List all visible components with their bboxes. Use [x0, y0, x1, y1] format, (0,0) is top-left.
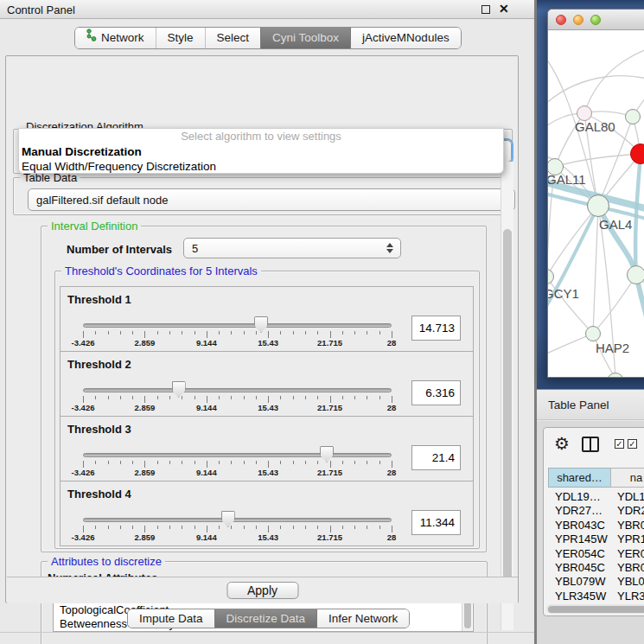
dropdown-hint: Select algorithm to view settings — [19, 129, 503, 144]
tick-label: 9.144 — [196, 403, 217, 412]
threshold-value-field[interactable]: 11.344 — [411, 510, 461, 535]
slider-track[interactable] — [83, 518, 392, 522]
network-canvas[interactable]: GAL80GAL11GAL4GCY1HHAP2 — [548, 30, 644, 378]
minimize-traffic-light[interactable] — [573, 15, 583, 25]
screen: Control Panel ✕ NetworkStyleSelectCyni T… — [0, 0, 644, 644]
tick-label: 28 — [387, 532, 397, 542]
apply-button[interactable]: Apply — [226, 582, 298, 599]
network-node-h[interactable] — [627, 265, 644, 284]
tab-style[interactable]: Style — [156, 28, 205, 48]
tick-label: 15.43 — [258, 532, 278, 542]
table-cell[interactable]: YDR27… — [555, 504, 609, 517]
network-window-titlebar[interactable] — [548, 10, 644, 30]
tick-mark — [231, 526, 232, 529]
tab-impute-data[interactable]: Impute Data — [128, 609, 214, 628]
table-cell[interactable]: YDL19… — [555, 490, 609, 503]
table-cell[interactable]: YER0 — [617, 547, 644, 560]
tick-mark — [305, 526, 306, 529]
tick-mark — [169, 396, 170, 399]
tick-mark — [157, 461, 158, 464]
tab-discretize-data[interactable]: Discretize Data — [214, 609, 317, 628]
tick-mark — [367, 331, 367, 335]
threshold-value-field[interactable]: 14.713 — [411, 316, 461, 341]
slider-track[interactable] — [83, 323, 392, 328]
tick-mark — [207, 526, 207, 532]
node-label: GAL11 — [548, 172, 586, 187]
threshold-value-field[interactable]: 21.4 — [411, 445, 461, 470]
table-cell[interactable]: YPR145W — [555, 532, 609, 545]
table-cell[interactable]: YBR0 — [617, 561, 644, 574]
gear-icon[interactable]: ⚙ — [554, 433, 570, 454]
network-node-hap2[interactable] — [585, 326, 601, 341]
number-of-intervals-combobox[interactable]: 5 — [183, 238, 401, 258]
threshold-title: Threshold 3 — [67, 423, 131, 436]
network-node[interactable] — [625, 109, 641, 124]
table-cell[interactable]: YER054C — [555, 547, 609, 560]
tick-mark — [83, 461, 84, 468]
threshold-box: Threshold 4-3.4262.8599.14415.4321.71528… — [60, 481, 474, 546]
table-cell[interactable]: YPR1 — [617, 532, 644, 545]
checkbox-icon[interactable]: ✓ — [628, 439, 637, 449]
tick-mark — [132, 331, 133, 335]
table-data-combobox[interactable]: galFiltered.sif default node — [28, 188, 515, 211]
settings-scrollbar[interactable] — [501, 162, 513, 630]
tab-label: Cyni Toolbox — [272, 28, 339, 48]
network-node-gal4[interactable] — [587, 194, 609, 217]
threshold-box: Threshold 1-3.4262.8599.14415.4321.71528… — [60, 286, 474, 352]
tick-label: 21.715 — [317, 468, 342, 477]
table-cell[interactable]: YBR045C — [555, 561, 609, 574]
tab-cyni-toolbox[interactable]: Cyni Toolbox — [260, 28, 350, 48]
network-view-window[interactable]: GAL80GAL11GAL4GCY1HHAP2 — [547, 9, 644, 378]
close-icon[interactable]: ✕ — [499, 2, 509, 16]
tick-mark — [95, 461, 96, 464]
tick-mark — [157, 396, 158, 399]
checkbox-icon[interactable]: ✓ — [615, 439, 624, 449]
number-of-intervals-value: 5 — [192, 242, 198, 255]
tick-label: 2.859 — [135, 532, 156, 542]
tick-mark — [194, 396, 195, 399]
top-tab-bar: NetworkStyleSelectCyni ToolboxjActiveMNo… — [74, 27, 462, 49]
tick-mark — [157, 331, 158, 335]
tab-network[interactable]: Network — [75, 28, 156, 48]
tick-mark — [317, 396, 318, 399]
tick-mark — [244, 461, 245, 464]
slider-track[interactable] — [83, 453, 392, 457]
close-traffic-light[interactable] — [556, 15, 566, 25]
threshold-value-field[interactable]: 6.316 — [411, 380, 461, 405]
table-cell[interactable]: YLR3 — [617, 590, 644, 603]
dropdown-option[interactable]: Manual Discretization — [19, 144, 503, 159]
tick-mark — [317, 331, 318, 335]
tick-mark — [342, 526, 343, 529]
column-header-name[interactable]: na — [610, 468, 644, 488]
table-cell[interactable]: YLR345W — [555, 590, 609, 603]
tab-label: Select — [217, 28, 250, 48]
table-cell[interactable]: YBR043C — [555, 519, 609, 532]
tab-label: Discretize Data — [226, 609, 306, 628]
tick-mark — [293, 331, 294, 335]
tab-select[interactable]: Select — [205, 28, 261, 48]
table-toolbar: ⚙ ✓ ✓ — [544, 428, 644, 462]
table-cell[interactable]: YBL0 — [617, 575, 644, 588]
zoom-traffic-light[interactable] — [590, 15, 601, 25]
tick-mark — [144, 396, 145, 403]
tab-jactivemnodules[interactable]: jActiveMNodules — [350, 28, 461, 48]
tab-infer-network[interactable]: Infer Network — [316, 609, 409, 628]
table-horizontal-scrollbar[interactable] — [546, 604, 644, 614]
threshold-coordinates-label: Threshold's Coordinates for 5 Intervals — [61, 265, 261, 277]
tick-mark — [317, 461, 318, 464]
tick-mark — [280, 396, 281, 399]
table-cell[interactable]: YDR2 — [617, 504, 644, 517]
columns-icon[interactable] — [582, 437, 599, 452]
slider-track[interactable] — [83, 388, 392, 392]
tick-label: 28 — [387, 468, 397, 477]
table-cell[interactable]: YBR0 — [617, 519, 644, 532]
tick-mark — [256, 526, 257, 529]
dropdown-option[interactable]: Equal Width/Frequency Discretization — [19, 159, 503, 174]
tick-label: 15.43 — [258, 338, 278, 348]
tick-mark — [231, 461, 232, 464]
tick-mark — [330, 461, 331, 468]
table-cell[interactable]: YDL1 — [617, 490, 644, 503]
column-header-shared-name[interactable]: shared… — [548, 468, 611, 488]
float-window-icon[interactable] — [481, 5, 490, 14]
table-cell[interactable]: YBL079W — [555, 575, 609, 588]
